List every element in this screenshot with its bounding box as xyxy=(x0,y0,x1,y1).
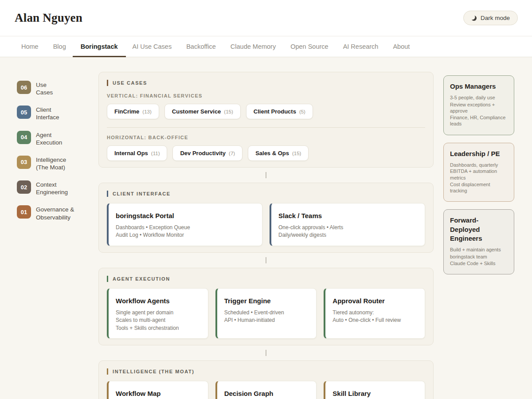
card-line: Dashboards • Exception Queue xyxy=(116,224,255,231)
persona-line: Review exceptions + approve xyxy=(450,102,508,114)
section-header: CLIENT INTERFACE xyxy=(107,191,425,197)
section-title: USE CASES xyxy=(113,80,147,86)
sidebar-item-label: Intelligence (The Moat) xyxy=(36,156,66,171)
nav-item-home[interactable]: Home xyxy=(21,36,39,57)
pill-count: (11) xyxy=(151,151,160,156)
persona-card-ops-managers: Ops Managers 3-5 people, daily use Revie… xyxy=(443,75,514,135)
card-line: One-click approvals • Alerts xyxy=(278,224,418,231)
moon-icon xyxy=(471,16,477,21)
card-line: Tools + Skills orchestration xyxy=(116,325,201,332)
persona-title: Leadership / PE xyxy=(450,149,508,158)
sidebar-item-label: Governance & Observability xyxy=(36,205,74,221)
step-badge-03: 03 xyxy=(17,156,31,169)
section-accent-bar xyxy=(107,80,108,86)
nav-item-ai-use-cases[interactable]: AI Use Cases xyxy=(133,36,172,57)
sidebar-item-label: Agent Execution xyxy=(36,131,62,146)
dark-mode-toggle[interactable]: Dark mode xyxy=(463,11,518,25)
card-line: API • Human-initiated xyxy=(224,317,309,324)
persona-title: Forward-Deployed Engineers xyxy=(450,216,508,243)
sidebar-item-agent-execution[interactable]: 04 Agent Execution xyxy=(17,131,89,146)
sidebar-item-context-engineering[interactable]: 02 Context Engineering xyxy=(17,180,89,196)
card-skill-library: Skill Library xyxy=(324,381,425,399)
card-grid: Workflow Map Decision Graph Skill Librar… xyxy=(107,381,425,399)
nav-item-claude-memory[interactable]: Claude Memory xyxy=(231,36,276,57)
group-heading-vertical: VERTICAL: FINANCIAL SERVICES xyxy=(107,93,425,98)
step-badge-02: 02 xyxy=(17,180,31,194)
card-title: Approval Router xyxy=(332,297,418,305)
pill-fincrime[interactable]: FinCrime (13) xyxy=(107,104,159,119)
sidebar-item-intelligence[interactable]: 03 Intelligence (The Moat) xyxy=(17,156,89,171)
pill-count: (15) xyxy=(292,151,301,156)
step-badge-06: 06 xyxy=(17,81,31,94)
dark-mode-label: Dark mode xyxy=(481,15,510,21)
section-title: AGENT EXECUTION xyxy=(113,276,170,282)
section-header: USE CASES xyxy=(107,80,425,86)
card-grid: Workflow Agents Single agent per domain … xyxy=(107,288,425,339)
nav-item-about[interactable]: About xyxy=(393,36,410,57)
card-title: Skill Library xyxy=(332,390,418,397)
sidebar-item-governance[interactable]: 01 Governance & Observability xyxy=(17,205,89,221)
persona-title: Ops Managers xyxy=(450,82,508,91)
card-title: Slack / Teams xyxy=(278,212,418,219)
persona-line: boringstack team xyxy=(450,254,508,260)
card-line: Tiered autonomy: xyxy=(332,309,418,317)
section-accent-bar xyxy=(107,368,108,375)
sidebar-item-label: Use Cases xyxy=(36,81,53,96)
card-approval-router: Approval Router Tiered autonomy: Auto • … xyxy=(324,288,425,339)
active-tab-underline xyxy=(73,56,126,57)
section-accent-bar xyxy=(107,276,108,282)
pill-sales-ops[interactable]: Sales & Ops (15) xyxy=(248,145,309,161)
step-badge-01: 01 xyxy=(17,205,31,219)
card-title: Workflow Agents xyxy=(116,297,201,305)
pill-internal-ops[interactable]: Internal Ops (11) xyxy=(107,145,167,161)
page-content: 06 Use Cases 05 Client Interface 04 Agen… xyxy=(0,57,532,399)
card-title: Workflow Map xyxy=(116,390,201,397)
nav-item-ai-research[interactable]: AI Research xyxy=(343,36,379,57)
pill-row: Internal Ops (11) Dev Productivity (7) S… xyxy=(107,145,425,161)
pill-customer-service[interactable]: Customer Service (15) xyxy=(164,104,241,119)
section-title: CLIENT INTERFACE xyxy=(113,191,171,196)
sidebar-item-use-cases[interactable]: 06 Use Cases xyxy=(17,81,89,96)
flow-connector xyxy=(98,348,434,357)
pill-count: (15) xyxy=(224,109,233,114)
nav-item-blog[interactable]: Blog xyxy=(53,36,66,57)
pill-count: (5) xyxy=(299,109,305,114)
card-line: Scales to multi-agent xyxy=(116,317,201,324)
pill-dev-productivity[interactable]: Dev Productivity (7) xyxy=(172,145,243,161)
site-logo[interactable]: Alan Nguyen xyxy=(15,11,82,25)
client-interface-panel: CLIENT INTERFACE boringstack Portal Dash… xyxy=(98,183,434,253)
intelligence-panel: INTELLIGENCE (THE MOAT) Workflow Map Dec… xyxy=(98,360,434,399)
pill-row: FinCrime (13) Customer Service (15) Clie… xyxy=(107,104,425,119)
card-grid: boringstack Portal Dashboards • Exceptio… xyxy=(107,203,425,246)
use-cases-panel: USE CASES VERTICAL: FINANCIAL SERVICES F… xyxy=(98,72,434,168)
persona-line: Cost displacement tracking xyxy=(450,181,508,194)
persona-line: Finance, HR, Compliance leads xyxy=(450,114,508,127)
card-workflow-map: Workflow Map xyxy=(107,381,208,399)
pill-client-products[interactable]: Client Products (5) xyxy=(246,104,313,119)
persona-card-forward-deployed-engineers: Forward-Deployed Engineers Build + maint… xyxy=(443,209,514,274)
card-line: Scheduled • Event-driven xyxy=(224,309,309,317)
sidebar-item-label: Context Engineering xyxy=(36,180,68,196)
card-slack-teams: Slack / Teams One-click approvals • Aler… xyxy=(270,203,425,246)
pill-count: (7) xyxy=(229,151,235,156)
sidebar-item-client-interface[interactable]: 05 Client Interface xyxy=(17,106,89,121)
card-trigger-engine: Trigger Engine Scheduled • Event-driven … xyxy=(215,288,317,339)
sidebar-item-label: Client Interface xyxy=(36,106,59,121)
flow-connector xyxy=(98,256,434,265)
persona-line: Dashboards, quarterly EBITDA + automatio… xyxy=(450,162,508,181)
group-divider xyxy=(107,127,425,128)
flow-connector xyxy=(98,171,434,180)
card-decision-graph: Decision Graph xyxy=(215,381,317,399)
nav-item-open-source[interactable]: Open Source xyxy=(290,36,328,57)
card-line: Audit Log • Workflow Monitor xyxy=(116,231,255,239)
persona-line: Build + maintain agents xyxy=(450,246,508,253)
section-index-sidebar: 06 Use Cases 05 Client Interface 04 Agen… xyxy=(17,72,89,399)
section-title: INTELLIGENCE (THE MOAT) xyxy=(113,369,194,374)
persona-line: Claude Code + Skills xyxy=(450,260,508,266)
personas-sidebar: Ops Managers 3-5 people, daily use Revie… xyxy=(443,72,514,399)
architecture-stack: USE CASES VERTICAL: FINANCIAL SERVICES F… xyxy=(98,72,434,399)
nav-item-boringstack[interactable]: Boringstack xyxy=(81,36,118,57)
nav-item-backoffice[interactable]: Backoffice xyxy=(186,36,216,57)
card-boringstack-portal: boringstack Portal Dashboards • Exceptio… xyxy=(107,203,262,246)
card-line: Auto • One-click • Full review xyxy=(332,317,418,324)
